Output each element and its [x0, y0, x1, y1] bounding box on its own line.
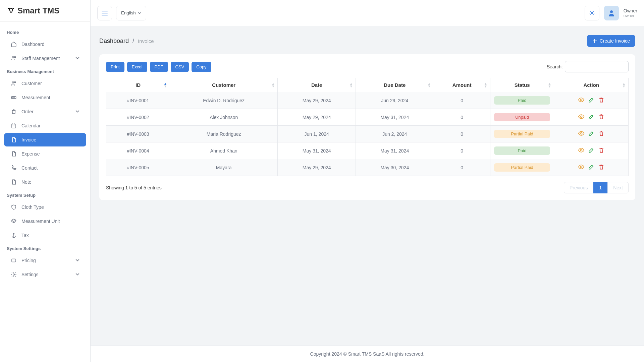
customer-link[interactable]: Edwin D. Rodriguez	[203, 98, 245, 103]
invoice-table: ID▲▼Customer▲▼Date▲▼Due Date▲▼Amount▲▼St…	[106, 78, 629, 176]
tag-icon	[11, 257, 17, 263]
svg-point-3	[12, 82, 14, 83]
settings-button[interactable]	[585, 6, 599, 20]
sort-icon: ▲▼	[428, 82, 431, 88]
view-button[interactable]	[578, 114, 585, 121]
sidebar-item-measurement-unit[interactable]: Measurement Unit	[4, 215, 86, 228]
invoice-id-link[interactable]: #INV-0003	[127, 131, 149, 137]
column-header-customer[interactable]: Customer▲▼	[170, 78, 277, 92]
trash-icon	[598, 97, 605, 104]
sidebar-item-staff-management[interactable]: Staff Management	[4, 52, 86, 65]
anchor-icon	[11, 232, 17, 238]
breadcrumb-separator: /	[132, 38, 134, 44]
menu-toggle-button[interactable]	[97, 6, 112, 20]
invoice-id-link[interactable]: #INV-0004	[127, 148, 149, 154]
trash-icon	[598, 113, 605, 121]
amount-cell: 0	[461, 98, 463, 103]
column-header-id[interactable]: ID▲▼	[106, 78, 170, 92]
customer-link[interactable]: Mayara	[216, 165, 232, 170]
csv-button[interactable]: CSV	[171, 62, 189, 72]
sidebar-item-label: Measurement	[21, 95, 50, 100]
svg-rect-8	[12, 259, 16, 262]
pagination: Previous 1 Next	[564, 182, 629, 193]
column-header-status[interactable]: Status▲▼	[490, 78, 554, 92]
sort-icon: ▲▼	[271, 82, 275, 88]
due-date-cell: Jun 2, 2024	[382, 131, 407, 137]
sidebar-item-customer[interactable]: Customer	[4, 77, 86, 90]
invoice-id-link[interactable]: #INV-0002	[127, 115, 149, 120]
create-invoice-button[interactable]: Create Invoice	[587, 35, 635, 47]
view-button[interactable]	[578, 164, 585, 171]
delete-button[interactable]	[598, 131, 605, 137]
bag-icon	[11, 109, 17, 115]
edit-button[interactable]	[588, 97, 595, 104]
sidebar-item-label: Contact	[21, 165, 38, 171]
sidebar-item-label: Expense	[21, 151, 40, 157]
sidebar-item-order[interactable]: Order	[4, 105, 86, 118]
export-buttons: Print Excel PDF CSV Copy	[106, 62, 211, 72]
user-meta[interactable]: Owner owner	[624, 8, 637, 18]
logo[interactable]: Smart TMS	[0, 0, 90, 22]
sidebar-item-dashboard[interactable]: Dashboard	[4, 38, 86, 51]
copy-button[interactable]: Copy	[192, 62, 211, 72]
column-header-date[interactable]: Date▲▼	[278, 78, 356, 92]
sidebar-item-settings[interactable]: Settings	[4, 268, 86, 281]
sidebar-item-note[interactable]: Note	[4, 175, 86, 189]
customer-link[interactable]: Alex Johnson	[210, 115, 238, 120]
sidebar-item-tax[interactable]: Tax	[4, 229, 86, 242]
sidebar-item-label: Settings	[21, 272, 39, 277]
delete-button[interactable]	[598, 97, 605, 104]
due-date-cell: May 30, 2024	[380, 165, 409, 170]
edit-button[interactable]	[588, 131, 595, 137]
customer-link[interactable]: Maria Rodriguez	[207, 131, 241, 137]
column-header-amount[interactable]: Amount▲▼	[434, 78, 490, 92]
user-role: owner	[624, 13, 637, 18]
sidebar-item-measurement[interactable]: Measurement	[4, 91, 86, 104]
excel-button[interactable]: Excel	[127, 62, 147, 72]
view-button[interactable]	[578, 97, 585, 104]
eye-icon	[578, 164, 585, 171]
view-button[interactable]	[578, 131, 585, 137]
previous-button[interactable]: Previous	[564, 182, 593, 193]
print-button[interactable]: Print	[106, 62, 124, 72]
trash-icon	[598, 164, 605, 171]
chevron-down-icon	[75, 56, 79, 61]
invoice-id-link[interactable]: #INV-0005	[127, 165, 149, 170]
sidebar-item-calendar[interactable]: Calendar	[4, 119, 86, 132]
customer-link[interactable]: Ahmed Khan	[210, 148, 237, 154]
svg-rect-6	[12, 124, 16, 128]
sidebar-item-cloth-type[interactable]: Cloth Type	[4, 200, 86, 214]
invoice-id-link[interactable]: #INV-0001	[127, 98, 149, 103]
delete-button[interactable]	[598, 164, 605, 171]
file-icon	[11, 137, 17, 143]
search-input[interactable]	[565, 61, 629, 72]
sidebar-item-label: Measurement Unit	[21, 219, 60, 224]
svg-point-0	[8, 8, 9, 9]
sidebar-item-label: Cloth Type	[21, 204, 44, 210]
sidebar-item-expense[interactable]: Expense	[4, 147, 86, 161]
eye-icon	[578, 147, 585, 155]
status-badge: Paid	[494, 146, 550, 155]
edit-button[interactable]	[588, 164, 595, 171]
delete-button[interactable]	[598, 147, 605, 154]
sidebar-item-invoice[interactable]: Invoice	[4, 133, 86, 146]
page-1-button[interactable]: 1	[593, 182, 607, 193]
sidebar-item-pricing[interactable]: Pricing	[4, 254, 86, 267]
language-select[interactable]: English	[116, 6, 146, 20]
column-header-due-date[interactable]: Due Date▲▼	[356, 78, 434, 92]
sidebar-item-label: Pricing	[21, 258, 36, 263]
edit-button[interactable]	[588, 114, 595, 121]
edit-button[interactable]	[588, 147, 595, 154]
avatar[interactable]	[604, 6, 619, 20]
delete-button[interactable]	[598, 114, 605, 121]
view-button[interactable]	[578, 147, 585, 154]
sidebar-item-contact[interactable]: Contact	[4, 161, 86, 175]
due-date-cell: May 31, 2024	[380, 148, 409, 154]
sidebar-item-label: Calendar	[21, 123, 41, 128]
pdf-button[interactable]: PDF	[150, 62, 168, 72]
amount-cell: 0	[461, 165, 463, 170]
column-header-action[interactable]: Action▲▼	[554, 78, 629, 92]
svg-point-15	[580, 149, 582, 151]
breadcrumb-root[interactable]: Dashboard	[99, 38, 129, 44]
next-button[interactable]: Next	[607, 182, 629, 193]
